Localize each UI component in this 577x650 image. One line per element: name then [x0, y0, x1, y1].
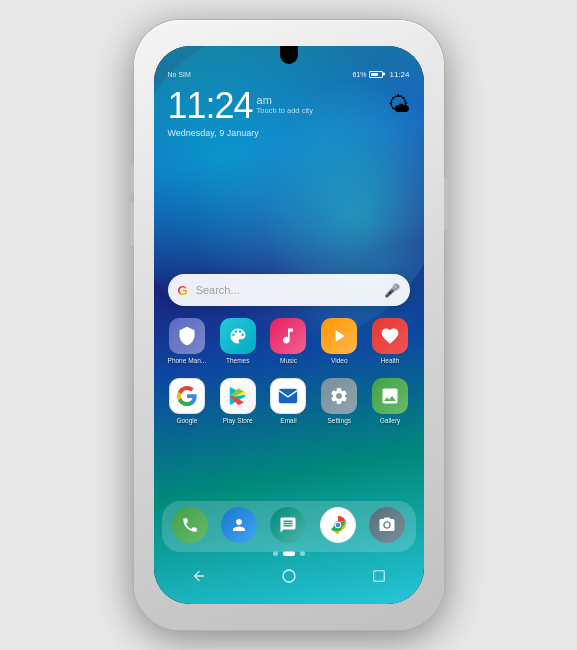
app-playstore[interactable]: Play Store — [215, 378, 261, 424]
dock-chrome-icon — [320, 507, 356, 543]
email-label: Email — [280, 417, 296, 424]
svg-point-5 — [283, 570, 295, 582]
health-icon — [372, 318, 408, 354]
nav-home-button[interactable] — [277, 564, 301, 588]
email-icon — [270, 378, 306, 414]
battery-percent: 61% — [352, 71, 366, 78]
app-themes[interactable]: Themes — [215, 318, 261, 364]
phone-screen: No SIM 61% 11:24 11:24 am Touch to add c… — [154, 46, 424, 604]
dock-camera-icon — [369, 507, 405, 543]
app-gallery[interactable]: Gallery — [367, 378, 413, 424]
health-label: Health — [381, 357, 400, 364]
mic-icon[interactable]: 🎤 — [384, 283, 400, 298]
svg-point-4 — [384, 523, 389, 528]
themes-icon — [220, 318, 256, 354]
status-left-text: No SIM — [168, 71, 191, 78]
google-g-logo: G — [178, 283, 188, 298]
music-icon — [270, 318, 306, 354]
dock-phone-icon — [172, 507, 208, 543]
svg-rect-6 — [373, 571, 384, 582]
google-icon — [169, 378, 205, 414]
search-bar[interactable]: G Search... 🎤 — [168, 274, 410, 306]
app-email[interactable]: Email — [265, 378, 311, 424]
battery-icon — [369, 71, 383, 78]
weather-icon: 🌤 — [388, 92, 410, 118]
clock-area: 11:24 am Touch to add city Wednesday, 9 … — [168, 88, 313, 138]
dock-camera[interactable] — [364, 507, 410, 546]
phone-manager-icon — [169, 318, 205, 354]
search-placeholder: Search... — [196, 284, 384, 296]
settings-label: Settings — [328, 417, 352, 424]
navigation-bar — [154, 558, 424, 594]
nav-recents-button[interactable] — [367, 564, 391, 588]
dock — [162, 501, 416, 552]
volume-down-button[interactable] — [130, 202, 134, 246]
dock-messages-icon — [270, 507, 306, 543]
dock-chrome[interactable] — [315, 507, 361, 546]
app-row-1: Phone Man... Themes — [162, 318, 416, 364]
svg-point-3 — [335, 523, 340, 528]
date-display: Wednesday, 9 January — [168, 128, 313, 138]
gallery-label: Gallery — [380, 417, 401, 424]
gallery-icon — [372, 378, 408, 414]
app-video[interactable]: Video — [316, 318, 362, 364]
themes-label: Themes — [226, 357, 249, 364]
phone-frame: No SIM 61% 11:24 11:24 am Touch to add c… — [134, 20, 444, 630]
music-label: Music — [280, 357, 297, 364]
screen-container: No SIM 61% 11:24 11:24 am Touch to add c… — [154, 46, 424, 604]
status-time: 11:24 — [389, 70, 409, 79]
app-google[interactable]: Google — [164, 378, 210, 424]
svg-rect-0 — [279, 389, 297, 404]
playstore-icon — [220, 378, 256, 414]
clock-time: 11:24 — [168, 88, 253, 124]
touch-city-text: Touch to add city — [257, 106, 313, 115]
settings-icon — [321, 378, 357, 414]
google-label: Google — [176, 417, 197, 424]
camera-notch — [280, 46, 298, 64]
video-icon — [321, 318, 357, 354]
clock-ampm: am — [257, 94, 313, 106]
dock-contacts-icon — [221, 507, 257, 543]
power-button[interactable] — [444, 178, 448, 230]
app-phone-manager[interactable]: Phone Man... — [164, 318, 210, 364]
app-row-2: Google Play Store — [162, 378, 416, 424]
status-right: 61% 11:24 — [352, 70, 409, 79]
app-grid: Phone Man... Themes — [162, 318, 416, 438]
dock-phone[interactable] — [167, 507, 213, 546]
app-settings[interactable]: Settings — [316, 378, 362, 424]
app-health[interactable]: Health — [367, 318, 413, 364]
dock-contacts[interactable] — [216, 507, 262, 546]
video-label: Video — [331, 357, 348, 364]
app-music[interactable]: Music — [265, 318, 311, 364]
nav-back-button[interactable] — [187, 564, 211, 588]
volume-up-button[interactable] — [130, 165, 134, 193]
phone-manager-label: Phone Man... — [168, 357, 207, 364]
playstore-label: Play Store — [223, 417, 253, 424]
status-bar: No SIM 61% 11:24 — [154, 64, 424, 84]
dock-messages[interactable] — [265, 507, 311, 546]
